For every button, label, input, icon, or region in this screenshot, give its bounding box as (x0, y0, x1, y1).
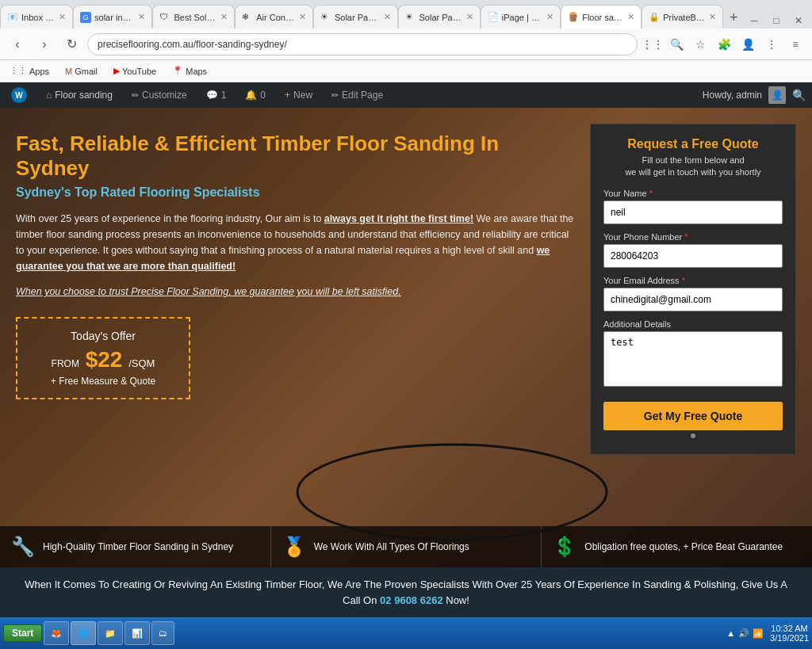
plus-icon: + (285, 90, 290, 101)
chrome-window: 📧 Inbox (6) - ✕ G solar insta... ✕ 🛡 Bes… (0, 0, 812, 649)
account-icon[interactable]: 👤 (737, 34, 758, 55)
tab-best-solar-close[interactable]: ✕ (220, 12, 228, 22)
tab-best-solar[interactable]: 🛡 Best Solar ... ✕ (152, 5, 235, 29)
tab-inbox[interactable]: 📧 Inbox (6) - ✕ (0, 5, 73, 29)
bookmark-youtube[interactable]: ▶ YouTube (110, 64, 159, 78)
dot-indicator (691, 433, 695, 438)
taskbar-speaker-icon[interactable]: 🔊 (738, 628, 749, 639)
tab-floor-sand-label: Floor sand... (582, 13, 624, 22)
taskbar-network-icon[interactable]: 📶 (753, 628, 764, 639)
submit-button[interactable]: Get My Free Quote (603, 402, 783, 430)
taskbar-excel[interactable]: 📊 (124, 621, 150, 645)
taskbar-clock[interactable]: 10:32 AM 3/19/2021 (770, 624, 809, 643)
edit-page-label: Edit Page (342, 90, 383, 101)
tab-air-cond-close[interactable]: ✕ (299, 12, 306, 22)
inbox-favicon: 📧 (7, 12, 18, 23)
tab-inbox-label: Inbox (6) - (21, 13, 56, 22)
tab-google-close[interactable]: ✕ (138, 12, 145, 22)
wp-notifications[interactable]: 🔔 0 (240, 86, 270, 104)
phone-label: Your Phone Number * (603, 232, 783, 242)
tools-icon: 🔧 (11, 536, 35, 558)
name-input[interactable] (603, 200, 783, 224)
wp-logo-item[interactable]: W (6, 84, 32, 106)
tab-privatebin-label: PrivateBin ... (663, 13, 706, 22)
wp-admin-bar: W ⌂ Floor sanding ✏ Customize 💬 1 🔔 0 + … (0, 82, 812, 108)
floor-sand-favicon: 🪵 (568, 12, 579, 23)
offer-from: FROM (52, 358, 79, 369)
wp-edit-page[interactable]: ✏ Edit Page (327, 86, 388, 104)
tab-air-cond[interactable]: ❄ Air Condit... ✕ (235, 5, 313, 29)
phone-group: Your Phone Number * (603, 232, 783, 268)
wp-comments[interactable]: 💬 1 (201, 86, 232, 104)
tab-google[interactable]: G solar insta... ✕ (73, 5, 152, 29)
forward-button[interactable]: › (33, 33, 56, 55)
maximize-button[interactable]: □ (766, 13, 787, 29)
star-icon[interactable]: ☆ (690, 34, 710, 55)
feature-obligation-text: Obligation free quotes, + Price Beat Gua… (584, 540, 783, 554)
tab-inbox-close[interactable]: ✕ (59, 12, 66, 22)
taskbar-files[interactable]: 📁 (98, 621, 123, 645)
files-icon: 📁 (105, 628, 116, 639)
back-button[interactable]: ‹ (6, 33, 29, 55)
tab-solar2-close[interactable]: ✕ (466, 12, 473, 22)
google-favicon: G (80, 12, 91, 23)
form-title: Request a Free Quote (603, 137, 783, 151)
apps-icon[interactable]: ⋮⋮ (642, 34, 663, 55)
minimize-button[interactable]: ─ (744, 13, 764, 29)
tab-floor-sand[interactable]: 🪵 Floor sand... ✕ (561, 5, 642, 29)
refresh-button[interactable]: ↻ (60, 33, 82, 55)
address-bar: ‹ › ↻ ⋮⋮ 🔍 ☆ 🧩 👤 ⋮ ≡ (0, 29, 812, 60)
tab-floor-sand-close[interactable]: ✕ (627, 12, 634, 22)
taskbar-chrome[interactable]: 🌐 (71, 621, 96, 645)
footer-phone[interactable]: 02 9608 6262 (380, 594, 443, 606)
taskbar-firefox[interactable]: 🦊 (44, 621, 69, 645)
tab-bar: 📧 Inbox (6) - ✕ G solar insta... ✕ 🛡 Bes… (0, 0, 812, 29)
tab-solar1-close[interactable]: ✕ (384, 12, 391, 22)
reading-list-icon[interactable]: ≡ (785, 34, 806, 55)
taskbar-system-icons: ▲ 🔊 📶 (726, 628, 764, 639)
folder-icon: 🗂 (159, 628, 167, 638)
body-text-2: When you choose to trust Precise Floor S… (16, 284, 574, 300)
form-subtitle: Fill out the form below and we will get … (603, 155, 783, 179)
tab-solar1[interactable]: ☀ Solar Panel... ✕ (313, 5, 398, 29)
wp-search-icon[interactable]: 🔍 (792, 89, 806, 101)
extensions-icon[interactable]: 🧩 (714, 34, 734, 55)
tab-ipage-close[interactable]: ✕ (546, 12, 553, 22)
wp-customize[interactable]: ✏ Customize (127, 86, 192, 104)
phone-input[interactable] (603, 244, 783, 268)
bookmark-gmail[interactable]: M Gmail (62, 65, 101, 78)
taskbar-folder[interactable]: 🗂 (151, 621, 174, 645)
name-required: * (649, 189, 653, 198)
new-tab-button[interactable]: + (723, 6, 744, 29)
wp-new[interactable]: + New (280, 86, 317, 104)
money-icon: 💲 (553, 536, 576, 558)
pencil-icon: ✏ (132, 90, 139, 101)
wp-admin-right: Howdy, admin 👤 🔍 (703, 86, 806, 104)
bookmark-maps[interactable]: 📍 Maps (169, 64, 210, 78)
details-textarea[interactable]: test (603, 331, 783, 387)
offer-per: /SQM (128, 357, 155, 369)
tab-privatebin-close[interactable]: ✕ (709, 12, 716, 22)
youtube-icon: ▶ (113, 66, 120, 76)
tab-ipage[interactable]: 📄 iPage | Do... ✕ (481, 5, 561, 29)
gmail-icon: M (65, 67, 72, 76)
close-button[interactable]: ✕ (788, 13, 809, 29)
edit-icon: ✏ (331, 90, 339, 101)
admin-avatar[interactable]: 👤 (768, 86, 786, 104)
email-input[interactable] (603, 288, 783, 311)
bookmark-apps[interactable]: ⋮⋮ Apps (6, 64, 52, 78)
wp-site-name[interactable]: ⌂ Floor sanding (41, 86, 117, 104)
tab-solar1-label: Solar Panel... (335, 13, 381, 22)
start-button[interactable]: Start (3, 624, 42, 642)
browser-toolbar-icons: ⋮⋮ 🔍 ☆ 🧩 👤 ⋮ ≡ (642, 34, 806, 55)
bookmark-gmail-label: Gmail (75, 67, 98, 76)
menu-icon[interactable]: ⋮ (761, 34, 782, 55)
address-input[interactable] (87, 33, 638, 55)
tab-privatebin[interactable]: 🔒 PrivateBin ... ✕ (642, 5, 723, 29)
feature-quality-text: High-Quality Timber Floor Sanding in Syd… (43, 540, 233, 554)
tab-solar2[interactable]: ☀ Solar Pane... ✕ (398, 5, 481, 29)
search-icon[interactable]: 🔍 (666, 34, 687, 55)
tab-air-cond-label: Air Condit... (256, 13, 296, 22)
medal-icon: 🏅 (282, 536, 306, 558)
taskbar-up-icon[interactable]: ▲ (726, 628, 735, 638)
